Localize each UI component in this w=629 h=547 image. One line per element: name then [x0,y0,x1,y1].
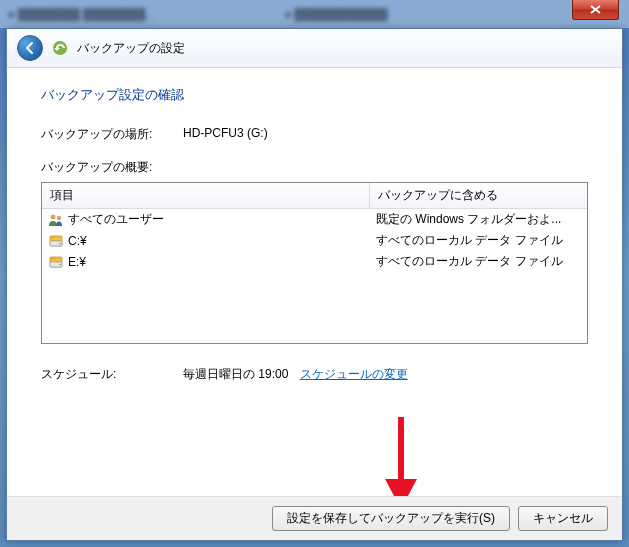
summary-table: 項目 バックアップに含める すべてのユーザー既定の Windows フォルダーお… [41,182,588,344]
schedule-change-link[interactable]: スケジュールの変更 [300,367,408,381]
drive-icon [48,254,64,270]
schedule-label: スケジュール: [41,366,183,383]
back-button[interactable] [17,35,43,61]
close-button[interactable] [572,0,619,20]
location-value: HD-PCFU3 (G:) [183,126,268,143]
row-item: E:¥ [68,255,86,269]
backup-icon [51,39,69,57]
table-row[interactable]: E:¥すべてのローカル データ ファイル [42,251,587,272]
column-header-item[interactable]: 項目 [42,183,370,208]
header: バックアップの設定 [7,29,622,68]
svg-point-10 [59,263,61,265]
column-header-include[interactable]: バックアップに含める [370,183,587,208]
dialog-window: バックアップの設定 バックアップ設定の確認 バックアップの場所: HD-PCFU… [6,28,623,541]
svg-rect-4 [50,236,55,238]
row-item: C:¥ [68,234,87,248]
table-row[interactable]: すべてのユーザー既定の Windows フォルダーおよ... [42,209,587,230]
row-include: 既定の Windows フォルダーおよ... [370,210,587,229]
users-icon [48,212,64,228]
summary-label: バックアップの概要: [41,159,588,176]
svg-point-6 [59,242,61,244]
schedule-value: 毎週日曜日の 19:00 [183,367,288,381]
table-row[interactable]: C:¥すべてのローカル データ ファイル [42,230,587,251]
button-bar: 設定を保存してバックアップを実行(S) キャンセル [7,496,622,540]
svg-point-1 [51,214,56,219]
header-title: バックアップの設定 [77,40,185,57]
location-label: バックアップの場所: [41,126,183,143]
row-include: すべてのローカル データ ファイル [370,252,587,271]
row-include: すべてのローカル データ ファイル [370,231,587,250]
save-and-run-button[interactable]: 設定を保存してバックアップを実行(S) [272,506,510,531]
cancel-button[interactable]: キャンセル [518,506,608,531]
drive-icon [48,233,64,249]
row-item: すべてのユーザー [68,211,164,228]
svg-rect-8 [50,257,55,259]
svg-point-2 [57,215,61,219]
page-title: バックアップ設定の確認 [41,86,588,104]
